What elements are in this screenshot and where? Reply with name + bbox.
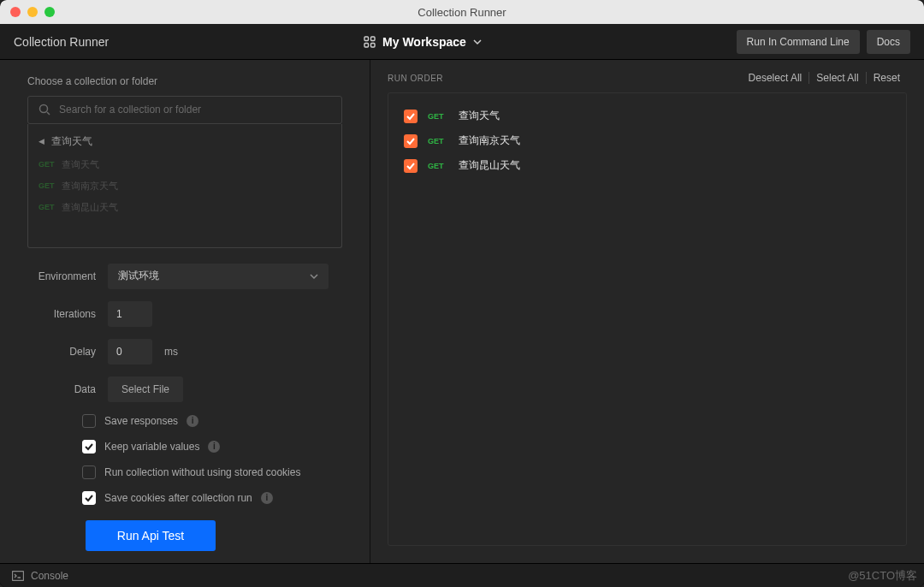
app-title: Collection Runner bbox=[14, 35, 109, 49]
run-order-list: GET 查询天气 GET 查询南京天气 GET 查询昆山天气 bbox=[388, 92, 907, 546]
info-icon[interactable]: i bbox=[261, 492, 273, 504]
workspace-switcher[interactable]: My Workspace bbox=[109, 35, 736, 49]
method-badge: GET bbox=[428, 112, 448, 121]
choose-collection-label: Choose a collection or folder bbox=[0, 75, 370, 96]
caret-left-icon: ◀ bbox=[38, 137, 44, 145]
chevron-down-icon bbox=[310, 272, 318, 281]
tree-item[interactable]: GET 查询天气 bbox=[28, 154, 341, 175]
keep-variables-label: Keep variable values bbox=[104, 441, 199, 453]
workspace-grid-icon bbox=[364, 36, 376, 48]
order-checkbox[interactable] bbox=[404, 134, 418, 148]
tree-folder[interactable]: ◀ 查询天气 bbox=[28, 129, 341, 154]
footer-bar: Console bbox=[0, 563, 924, 587]
svg-line-5 bbox=[47, 112, 50, 115]
tree-item-name: 查询天气 bbox=[62, 158, 99, 171]
folder-name: 查询天气 bbox=[51, 134, 92, 149]
no-stored-cookies-label: Run collection without using stored cook… bbox=[104, 466, 300, 478]
header-bar: Collection Runner My Workspace Run In Co… bbox=[0, 24, 924, 60]
docs-button[interactable]: Docs bbox=[867, 30, 910, 54]
select-file-button[interactable]: Select File bbox=[108, 377, 183, 402]
svg-point-4 bbox=[40, 105, 48, 113]
svg-rect-6 bbox=[13, 571, 24, 580]
save-responses-label: Save responses bbox=[104, 415, 178, 427]
order-checkbox[interactable] bbox=[404, 159, 418, 173]
method-badge: GET bbox=[38, 203, 55, 211]
delay-unit: ms bbox=[164, 346, 178, 358]
run-order-item[interactable]: GET 查询昆山天气 bbox=[388, 153, 906, 178]
console-icon bbox=[12, 571, 24, 581]
svg-rect-1 bbox=[371, 37, 376, 41]
environment-label: Environment bbox=[27, 270, 96, 282]
collection-search[interactable] bbox=[27, 96, 342, 124]
environment-select[interactable]: 测试环境 bbox=[108, 264, 329, 289]
request-name: 查询昆山天气 bbox=[459, 158, 520, 173]
select-all-button[interactable]: Select All bbox=[808, 72, 865, 84]
iterations-input[interactable]: 1 bbox=[108, 301, 152, 327]
tree-item-name: 查询南京天气 bbox=[62, 180, 118, 193]
window-title: Collection Runner bbox=[0, 6, 924, 19]
svg-rect-0 bbox=[364, 37, 369, 41]
deselect-all-button[interactable]: Deselect All bbox=[742, 72, 809, 84]
info-icon[interactable]: i bbox=[208, 441, 220, 453]
run-in-cli-button[interactable]: Run In Command Line bbox=[737, 30, 860, 54]
tree-item[interactable]: GET 查询南京天气 bbox=[28, 175, 341, 197]
method-badge: GET bbox=[428, 162, 448, 170]
method-badge: GET bbox=[428, 137, 448, 145]
save-cookies-checkbox[interactable] bbox=[82, 491, 96, 505]
method-badge: GET bbox=[38, 181, 55, 190]
delay-label: Delay bbox=[27, 346, 96, 358]
run-order-item[interactable]: GET 查询天气 bbox=[388, 104, 906, 128]
save-responses-checkbox[interactable] bbox=[82, 414, 96, 428]
save-cookies-label: Save cookies after collection run bbox=[104, 492, 252, 504]
method-badge: GET bbox=[38, 160, 55, 169]
request-name: 查询南京天气 bbox=[459, 133, 520, 148]
svg-rect-3 bbox=[371, 43, 376, 47]
info-icon[interactable]: i bbox=[187, 415, 198, 427]
left-panel: Choose a collection or folder ◀ 查询天气 GET… bbox=[0, 60, 370, 563]
console-button[interactable]: Console bbox=[31, 570, 68, 582]
request-name: 查询天气 bbox=[459, 109, 500, 123]
data-label: Data bbox=[27, 383, 96, 395]
run-order-item[interactable]: GET 查询南京天气 bbox=[388, 128, 906, 153]
delay-input[interactable]: 0 bbox=[108, 339, 152, 365]
run-collection-button[interactable]: Run Api Test bbox=[86, 520, 216, 551]
collection-tree: ◀ 查询天气 GET 查询天气 GET 查询南京天气 GET 查询昆山天气 bbox=[27, 124, 342, 248]
run-order-title: RUN ORDER bbox=[388, 74, 443, 83]
run-order-panel: RUN ORDER Deselect All Select All Reset … bbox=[370, 60, 924, 563]
environment-value: 测试环境 bbox=[118, 269, 159, 283]
keep-variables-checkbox[interactable] bbox=[82, 440, 96, 454]
search-input[interactable] bbox=[59, 104, 331, 116]
iterations-label: Iterations bbox=[27, 308, 96, 320]
search-icon bbox=[38, 104, 50, 116]
watermark: @51CTO博客 bbox=[848, 568, 917, 584]
reset-button[interactable]: Reset bbox=[866, 72, 907, 84]
workspace-name: My Workspace bbox=[382, 35, 466, 49]
no-stored-cookies-checkbox[interactable] bbox=[82, 465, 96, 479]
tree-item-name: 查询昆山天气 bbox=[62, 201, 118, 214]
chevron-down-icon bbox=[473, 38, 482, 46]
order-checkbox[interactable] bbox=[404, 110, 418, 123]
svg-rect-2 bbox=[364, 43, 369, 47]
tree-item[interactable]: GET 查询昆山天气 bbox=[28, 197, 341, 218]
mac-titlebar: Collection Runner bbox=[0, 0, 924, 24]
